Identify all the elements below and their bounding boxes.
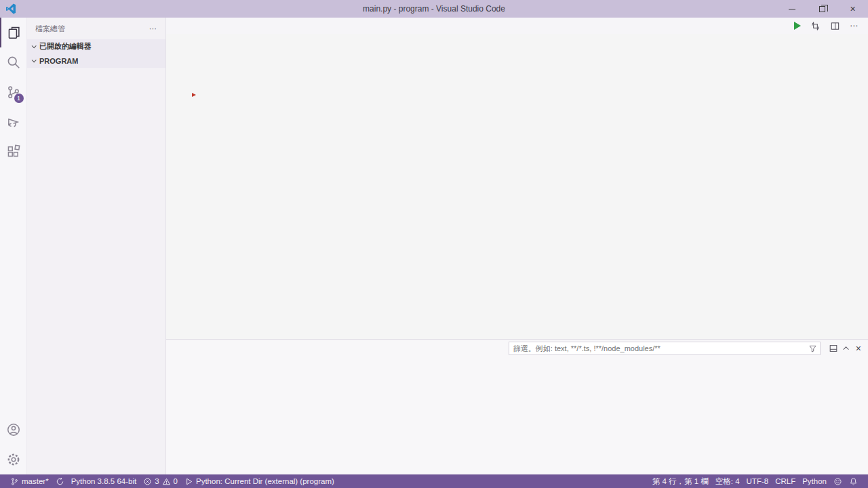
chevron-down-icon (32, 58, 37, 62)
problems-filter (509, 342, 821, 355)
feedback-button[interactable] (830, 474, 846, 488)
breadcrumb (166, 34, 868, 47)
accounts-button[interactable] (0, 415, 27, 445)
code-editor[interactable] (166, 47, 868, 339)
sync-icon (56, 477, 64, 486)
cursor-position-status[interactable]: 第 4 行，第 1 欄 (649, 474, 712, 488)
activity-run-debug-button[interactable] (0, 107, 27, 137)
window-title: main.py - program - Visual Studio Code (0, 4, 868, 14)
split-editor-icon[interactable] (830, 21, 840, 31)
maximize-panel-icon[interactable] (843, 346, 848, 352)
extensions-icon (6, 144, 21, 159)
settings-button[interactable] (0, 445, 27, 474)
activity-extensions-button[interactable] (0, 137, 27, 167)
encoding-status[interactable]: UTF-8 (743, 474, 772, 488)
feedback-smiley-icon (833, 477, 842, 486)
more-actions-icon[interactable]: ⋯ (850, 21, 859, 30)
panel-layout-icon[interactable] (829, 344, 838, 353)
account-icon (6, 422, 21, 437)
language-mode-status[interactable]: Python (799, 474, 830, 488)
problems-panel: × (166, 339, 868, 474)
filter-icon[interactable] (808, 344, 817, 353)
overview-ruler (862, 47, 868, 339)
minimize-button[interactable] (776, 0, 807, 18)
eol-status[interactable]: CRLF (772, 474, 799, 488)
gear-icon (6, 452, 21, 467)
explorer-title: 檔案總管 (35, 24, 65, 34)
indentation-status[interactable]: 空格: 4 (712, 474, 743, 488)
explorer-more-actions-button[interactable]: ⋯ (149, 24, 157, 33)
run-debug-icon (6, 115, 21, 129)
bell-icon (849, 477, 858, 486)
warning-count-icon (162, 477, 171, 486)
gutter-error-marker (192, 93, 196, 97)
minimize-icon (789, 9, 795, 9)
open-changes-icon[interactable] (810, 21, 821, 31)
editor-tab-bar: ⋯ (166, 18, 868, 34)
restore-icon (819, 6, 825, 12)
run-task-status[interactable]: Python: Current Dir (external) (program) (181, 474, 338, 488)
activity-search-button[interactable] (0, 47, 27, 77)
project-section-header[interactable]: PROGRAM (27, 54, 165, 68)
open-editors-section-header[interactable]: 已開啟的編輯器 (27, 39, 165, 54)
error-count-icon (143, 477, 152, 486)
python-interpreter-status[interactable]: Python 3.8.5 64-bit (68, 474, 140, 488)
chevron-down-icon (32, 43, 37, 48)
activity-bar: 1 (0, 18, 27, 474)
close-icon: × (850, 4, 855, 14)
sync-status[interactable] (52, 474, 68, 488)
problems-status[interactable]: 3 0 (140, 474, 181, 488)
close-window-button[interactable]: × (837, 0, 868, 18)
activity-explorer-button[interactable] (0, 18, 27, 47)
problems-filter-input[interactable] (509, 344, 808, 352)
notifications-button[interactable] (846, 474, 861, 488)
close-panel-icon[interactable]: × (856, 344, 861, 353)
activity-source-control-button[interactable]: 1 (0, 77, 27, 107)
status-bar: master* Python 3.8.5 64-bit 3 0 Python: … (0, 474, 868, 488)
git-branch-status[interactable]: master* (7, 474, 52, 488)
search-icon (6, 55, 21, 70)
files-icon (7, 25, 22, 40)
vscode-logo-icon (5, 3, 16, 14)
problems-list (166, 357, 868, 474)
git-branch-icon (10, 477, 19, 486)
titlebar: main.py - program - Visual Studio Code × (0, 0, 868, 18)
run-python-file-button[interactable] (794, 22, 801, 30)
source-control-badge: 1 (14, 94, 24, 103)
sidebar-explorer: 檔案總管 ⋯ 已開啟的編輯器 PROGRAM (27, 18, 166, 474)
play-outline-icon (184, 477, 193, 486)
restore-button[interactable] (807, 0, 837, 18)
